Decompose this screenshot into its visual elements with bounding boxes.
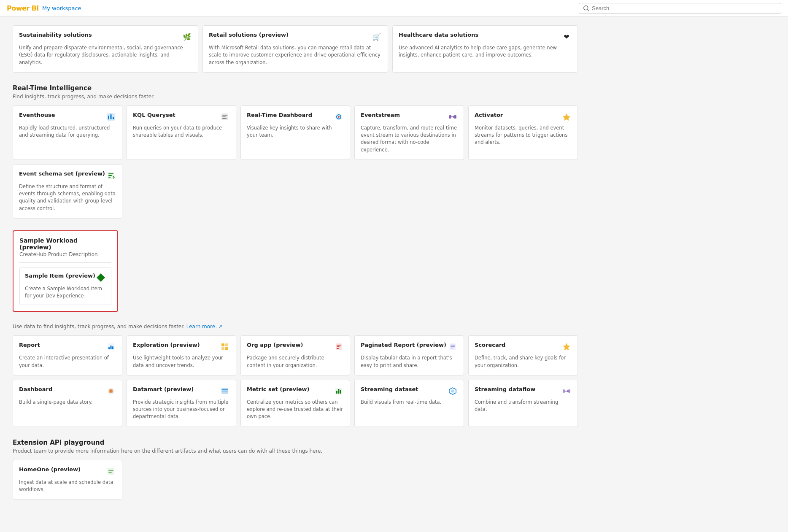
- card-header: Dashboard: [19, 386, 116, 396]
- card-header: Retail solutions (preview) 🛒: [209, 32, 382, 42]
- svg-marker-46: [451, 389, 454, 393]
- card-title: Scorecard: [475, 342, 505, 349]
- card-title: HomeOne (preview): [19, 466, 81, 473]
- card-title: Streaming dataset: [361, 386, 418, 393]
- org-app-card[interactable]: Org app (preview) Package and securely d…: [240, 335, 350, 375]
- streaming-dataflow-card[interactable]: Streaming dataflow Combine and transform…: [468, 380, 578, 427]
- card-header: Eventhouse: [19, 112, 116, 122]
- card-header: Scorecard: [475, 342, 572, 352]
- rti-cards-row1: Eventhouse Rapidly load structured, unst…: [13, 105, 578, 160]
- svg-point-37: [110, 390, 112, 392]
- datamart-card[interactable]: Datamart (preview) Provide strategic ins…: [127, 380, 236, 427]
- card-desc: Monitor datasets, queries, and event str…: [475, 124, 572, 146]
- real-time-intelligence-section: Real-Time Intelligence Find insights, tr…: [13, 84, 578, 219]
- svg-rect-43: [338, 389, 340, 394]
- sustainability-card[interactable]: Sustainability solutions 🌿 Unify and pre…: [13, 25, 198, 73]
- activator-card[interactable]: Activator Monitor datasets, queries, and…: [468, 105, 578, 160]
- svg-rect-38: [221, 389, 228, 390]
- card-header: Eventstream: [361, 112, 458, 122]
- homeone-card[interactable]: HomeOne (preview) Ingest data at scale a…: [13, 460, 122, 500]
- card-desc: Display tabular data in a report that's …: [361, 354, 458, 369]
- card-desc: Capture, transform, and route real-time …: [361, 124, 458, 154]
- svg-rect-44: [340, 390, 341, 394]
- card-header: Report: [19, 342, 116, 352]
- card-header: Org app (preview): [247, 342, 344, 352]
- retail-icon: 🛒: [372, 32, 382, 42]
- dashboard-card[interactable]: Dashboard Build a single-page data story…: [13, 380, 122, 427]
- workspace-link[interactable]: My workspace: [42, 5, 81, 11]
- dashboard-icon: [106, 386, 116, 396]
- eventhouse-card[interactable]: Eventhouse Rapidly load structured, unst…: [13, 105, 122, 160]
- svg-rect-7: [222, 118, 227, 119]
- kql-queryset-card[interactable]: KQL Queryset Run queries on your data to…: [127, 105, 236, 160]
- card-title: Sample Item (preview): [25, 273, 95, 280]
- sample-item-card[interactable]: Sample Item (preview) Create a Sample Wo…: [19, 267, 111, 305]
- card-desc: With Microsoft Retail data solutions, yo…: [209, 44, 382, 66]
- event-schema-card[interactable]: Event schema set (preview) Define the st…: [13, 164, 122, 219]
- card-header: Datamart (preview): [133, 386, 230, 396]
- card-title: Eventhouse: [19, 112, 55, 119]
- extension-api-cards: HomeOne (preview) Ingest data at scale a…: [13, 460, 578, 500]
- svg-rect-52: [108, 472, 112, 473]
- card-title: Dashboard: [19, 386, 52, 393]
- realtime-dashboard-card[interactable]: Real-Time Dashboard Visualize key insigh…: [240, 105, 350, 160]
- general-cards-row1: Report Create an interactive presentatio…: [13, 335, 578, 375]
- svg-rect-22: [112, 346, 113, 349]
- svg-rect-26: [225, 347, 228, 350]
- metric-set-icon: [334, 386, 344, 396]
- card-desc: Create a Sample Workload Item for your D…: [25, 285, 106, 300]
- svg-rect-32: [451, 345, 455, 346]
- powerbi-logo: Power BI: [7, 4, 39, 12]
- paginated-report-card[interactable]: Paginated Report (preview) Display tabul…: [354, 335, 464, 375]
- healthcare-card[interactable]: Healthcare data solutions ❤️ Use advance…: [392, 25, 578, 73]
- search-input[interactable]: [592, 5, 777, 11]
- card-title: Activator: [475, 112, 503, 119]
- section-subtitle: Product team to provide more information…: [13, 448, 578, 454]
- search-bar[interactable]: [579, 3, 781, 14]
- card-header: Healthcare data solutions ❤️: [399, 32, 572, 42]
- card-desc: Run queries on your data to produce shar…: [133, 124, 230, 139]
- card-header: Sustainability solutions 🌿: [19, 32, 192, 42]
- svg-rect-1: [108, 116, 109, 119]
- section-title: Real-Time Intelligence: [13, 84, 578, 92]
- card-title: Healthcare data solutions: [399, 32, 478, 39]
- metric-set-card[interactable]: Metric set (preview) Centralize your met…: [240, 380, 350, 427]
- exploration-card[interactable]: Exploration (preview) Use lightweight to…: [127, 335, 236, 375]
- report-icon: [106, 342, 116, 352]
- card-title: Retail solutions (preview): [209, 32, 289, 39]
- card-title: Datamart (preview): [133, 386, 194, 393]
- card-header: Exploration (preview): [133, 342, 230, 352]
- card-desc: Visualize key insights to share with you…: [247, 124, 344, 139]
- card-desc: Ingest data at scale and schedule data w…: [19, 479, 116, 494]
- separator: [19, 262, 111, 263]
- card-title: Report: [19, 342, 40, 349]
- svg-rect-30: [337, 348, 339, 349]
- retail-card[interactable]: Retail solutions (preview) 🛒 With Micros…: [202, 25, 388, 73]
- svg-rect-2: [111, 114, 112, 119]
- svg-rect-47: [563, 389, 565, 393]
- svg-rect-23: [221, 343, 224, 346]
- eventstream-card[interactable]: Eventstream Capture, transform, and rout…: [354, 105, 464, 160]
- section-title: Extension API playground: [13, 439, 578, 446]
- learn-more-link[interactable]: Learn more.: [186, 324, 217, 329]
- card-desc: Build a single-page data story.: [19, 399, 116, 406]
- general-subtitle-text: Use data to find insights, track progres…: [13, 324, 185, 329]
- svg-rect-28: [337, 345, 341, 346]
- sample-workload-section[interactable]: Sample Workload (preview) CreateHub Prod…: [13, 230, 118, 312]
- streaming-dataset-card[interactable]: Streaming dataset Build visuals from rea…: [354, 380, 464, 427]
- svg-rect-29: [337, 346, 340, 347]
- streaming-dataflow-icon: [561, 386, 572, 396]
- svg-rect-21: [111, 346, 112, 349]
- card-desc: Package and securely distribute content …: [247, 354, 344, 369]
- scorecard-card[interactable]: Scorecard Define, track, and share key g…: [468, 335, 578, 375]
- exploration-icon: [220, 342, 230, 352]
- svg-point-10: [338, 116, 340, 118]
- org-app-icon: [334, 342, 344, 352]
- report-card[interactable]: Report Create an interactive presentatio…: [13, 335, 122, 375]
- search-icon: [583, 5, 589, 11]
- card-header: HomeOne (preview): [19, 466, 116, 476]
- svg-rect-16: [108, 175, 112, 176]
- event-schema-icon: [106, 170, 116, 181]
- card-desc: Rapidly load structured, unstructured an…: [19, 124, 116, 139]
- card-header: KQL Queryset: [133, 112, 230, 122]
